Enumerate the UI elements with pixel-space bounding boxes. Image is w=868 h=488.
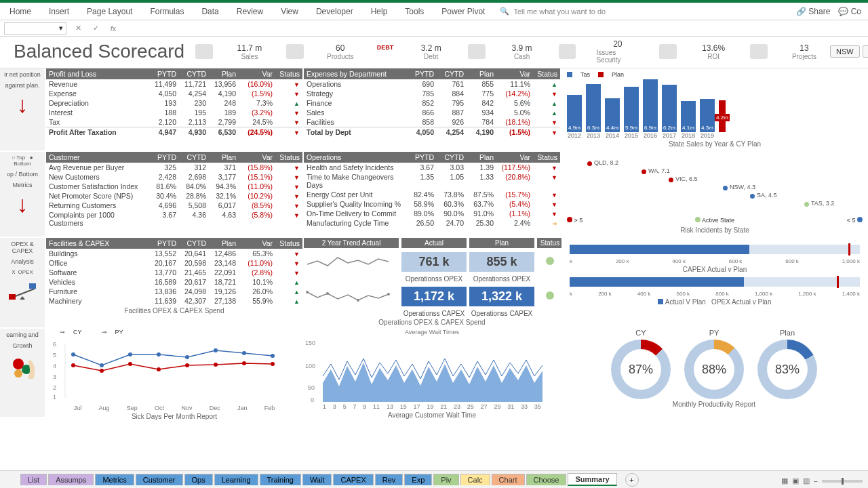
sheet-tab-calc[interactable]: Calc — [460, 474, 490, 485]
sheet-tab-choose[interactable]: Choose — [526, 474, 567, 485]
scatter-dot — [750, 194, 755, 199]
sheet-tab-metrics[interactable]: Metrics — [95, 474, 134, 485]
table-row: Sales8668879345.0% — [304, 108, 560, 117]
svg-point-25 — [271, 354, 275, 358]
formula-bar: ▾ ✕ ✓ fx — [0, 20, 868, 37]
products-icon — [286, 44, 304, 59]
chart-wait-time: Average Wait Times 150100500 13579111315… — [304, 329, 561, 418]
table-row: Total by Dept4,0504,2544,190(1.5%) — [304, 127, 560, 137]
table-row: Returning Customers4,6965,5086,017(8.5%) — [46, 201, 302, 210]
scatter-dot — [804, 202, 809, 207]
state-btn-nsw[interactable]: NSW — [830, 45, 860, 58]
status-dot-green-icon — [546, 291, 554, 300]
svg-text:0: 0 — [311, 396, 314, 403]
svg-point-24 — [242, 351, 246, 355]
enter-formula-icon[interactable]: ✓ — [90, 24, 102, 33]
bar: 5.9m — [624, 87, 639, 132]
svg-text:3: 3 — [53, 373, 56, 380]
tab-tools[interactable]: Tools — [402, 5, 427, 18]
tab-developer[interactable]: Developer — [313, 5, 356, 18]
sheet-tab-exp[interactable]: Exp — [404, 474, 432, 485]
capex-actual: 1,172 k — [401, 287, 467, 306]
tab-home[interactable]: Home — [7, 5, 34, 18]
svg-point-28 — [128, 362, 132, 366]
bar: 4.9m — [567, 95, 582, 132]
sheet-tab-capex[interactable]: CAPEX — [333, 474, 373, 485]
capex-plan: 1,322 k — [469, 287, 534, 306]
page-layout-view-icon[interactable]: ▣ — [792, 476, 799, 485]
table-row: Interest188195189(3.2%) — [46, 108, 302, 117]
gears-head-icon — [7, 353, 37, 383]
table-row: Office20,16720,59823,148(11.0%) — [46, 258, 302, 268]
svg-point-6 — [357, 299, 359, 302]
svg-rect-3 — [29, 283, 36, 289]
search-icon: 🔍 — [500, 7, 509, 16]
svg-marker-0 — [20, 296, 25, 300]
bar: 4.3m — [700, 99, 715, 132]
opex-plan: 855 k — [469, 252, 534, 272]
cancel-formula-icon[interactable]: ✕ — [72, 24, 84, 33]
table-row: Expense4,0504,2544,190(1.5%) — [46, 89, 302, 98]
sheet-tab-list[interactable]: List — [20, 474, 47, 485]
sheet-tab-rev[interactable]: Rev — [375, 474, 403, 485]
svg-text:5: 5 — [53, 352, 56, 359]
fx-icon[interactable]: fx — [107, 24, 119, 33]
sheet-tab-chart[interactable]: Chart — [492, 474, 525, 485]
tab-review[interactable]: Review — [234, 5, 266, 18]
sheet-tab-wait[interactable]: Wait — [302, 474, 332, 485]
bar: 6.3m — [586, 84, 601, 132]
seesaw-icon — [7, 279, 37, 300]
svg-point-4 — [306, 291, 309, 293]
cash-icon — [468, 44, 486, 59]
scatter-dot — [587, 161, 592, 166]
svg-rect-2 — [9, 294, 16, 300]
name-box[interactable]: ▾ — [4, 22, 66, 35]
svg-point-20 — [128, 352, 132, 357]
tab-help[interactable]: Help — [368, 5, 391, 18]
kpi-issues-value: 20 — [613, 39, 622, 49]
tab-page-layout[interactable]: Page Layout — [84, 5, 135, 18]
tell-me-search[interactable]: 🔍 Tell me what you want to do — [500, 7, 606, 16]
donut-py: 88% — [684, 340, 744, 399]
security-icon — [559, 44, 576, 59]
add-sheet-button[interactable]: + — [625, 473, 639, 487]
table-row: Avg Revenue per Buyer325312371(15.8%) — [46, 163, 302, 172]
share-button[interactable]: 🔗 Share — [796, 7, 830, 16]
svg-text:100: 100 — [305, 363, 315, 369]
sheet-tab-training[interactable]: Training — [260, 474, 301, 485]
normal-view-icon[interactable]: ▦ — [781, 476, 788, 485]
sheet-tab-learning[interactable]: Learning — [214, 474, 258, 485]
tab-data[interactable]: Data — [199, 5, 221, 18]
comments-button[interactable]: 💬 Co — [838, 7, 861, 16]
panel-customer: CustomerPYTDCYTDPlanVarStatusAvg Revenue… — [46, 152, 304, 238]
projects-icon — [750, 44, 768, 59]
tab-insert[interactable]: Insert — [46, 5, 72, 18]
table-row: Facilities858926784(18.1%) — [304, 117, 560, 127]
table-row: Vehicles16,58920,61718,72110.1% — [46, 277, 302, 287]
table-row: Machinery11,63942,30727,13855.9% — [46, 296, 302, 306]
zoom-out-icon[interactable]: − — [814, 477, 818, 485]
kpi-debt-value: 3.2 m — [421, 43, 441, 53]
chart-state-sales: TasPlan 4.9m6.3m4.4m5.9m6.9m6.2m4.1m4.3m… — [561, 68, 868, 152]
chart-productivity: CY 87%PY 88%Plan 83% Monthly Productivit… — [561, 329, 868, 418]
scatter-dot — [669, 178, 673, 182]
ribbon: Home Insert Page Layout Formulas Data Re… — [0, 3, 868, 20]
page-break-view-icon[interactable]: ▥ — [803, 476, 810, 485]
svg-point-33 — [271, 362, 275, 366]
tab-view[interactable]: View — [278, 5, 301, 18]
sheet-tab-assumps[interactable]: Assumps — [48, 474, 94, 485]
tab-formulas[interactable]: Formulas — [147, 5, 186, 18]
debt-icon: DEBT — [377, 44, 395, 59]
chart-bullets: k200 k400 k600 k800 k1,000 k CAPEX Actua… — [561, 238, 868, 329]
state-btn-qld[interactable]: QLD — [863, 45, 868, 58]
table-row: Depreciation1932302487.3% — [46, 98, 302, 108]
sheet-tabs: ListAssumpsMetricsCustomerOpsLearningTra… — [0, 470, 868, 488]
sheet-tab-summary[interactable]: Summary — [568, 473, 616, 486]
svg-text:2: 2 — [53, 384, 56, 391]
sheet-tab-customer[interactable]: Customer — [136, 474, 183, 485]
svg-point-10 — [14, 369, 22, 378]
tab-power-pivot[interactable]: Power Pivot — [439, 5, 488, 18]
sheet-tab-piv[interactable]: Piv — [433, 474, 458, 485]
side-label-learning: earning andGrowth — [0, 329, 46, 418]
sheet-tab-ops[interactable]: Ops — [184, 474, 213, 485]
